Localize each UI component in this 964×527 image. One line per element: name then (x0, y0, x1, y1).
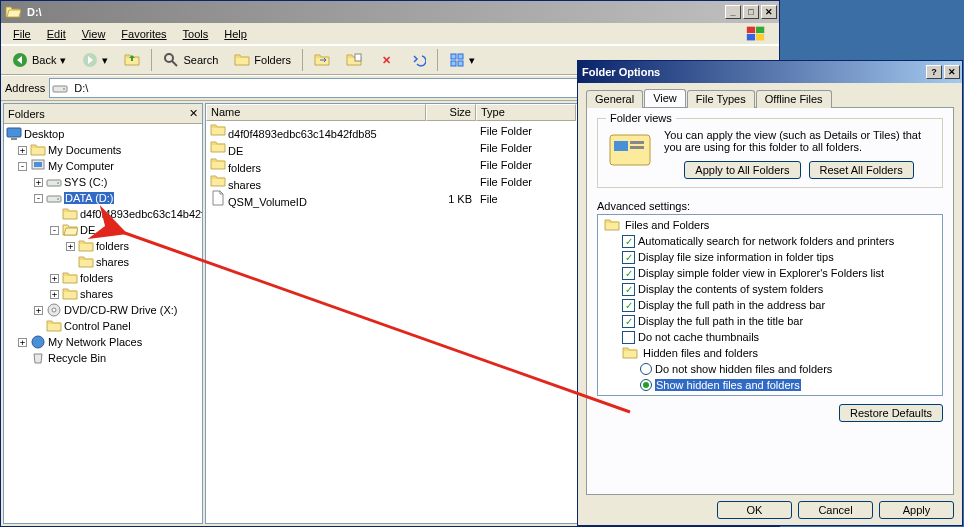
tree-de-folders[interactable]: folders (96, 240, 129, 252)
tree-de-shares[interactable]: shares (96, 256, 129, 268)
tab-view[interactable]: View (644, 89, 686, 107)
svg-point-20 (32, 336, 44, 348)
setting-filesize[interactable]: Display file size information in folder … (638, 251, 834, 263)
menu-view[interactable]: View (74, 26, 114, 42)
maximize-button[interactable]: □ (743, 5, 759, 19)
reset-all-button[interactable]: Reset All Folders (809, 161, 914, 179)
control-panel-icon (46, 318, 62, 334)
folder-views-group: Folder views You can apply the view (suc… (597, 118, 943, 188)
setting-donotshow[interactable]: Do not show hidden files and folders (655, 363, 832, 375)
up-button[interactable] (117, 48, 147, 72)
setting-titlepath[interactable]: Display the full path in the title bar (638, 315, 803, 327)
tab-filetypes[interactable]: File Types (687, 90, 755, 108)
moveto-icon (314, 52, 330, 68)
tree-hashfolder[interactable]: d4f0f4893edbc63c14b42fdb85 (80, 208, 202, 220)
menu-tools[interactable]: Tools (175, 26, 217, 42)
collapse-icon[interactable]: - (50, 226, 59, 235)
menu-edit[interactable]: Edit (39, 26, 74, 42)
expand-icon[interactable]: + (50, 290, 59, 299)
tree-mydocs[interactable]: My Documents (48, 144, 121, 156)
dialog-title: Folder Options (582, 66, 660, 78)
cancel-button[interactable]: Cancel (798, 501, 873, 519)
search-button[interactable]: Search (156, 48, 225, 72)
expand-icon[interactable]: + (66, 242, 75, 251)
setting-hideext[interactable]: Hide extensions for known file types (638, 395, 813, 396)
setting-simple[interactable]: Display simple folder view in Explorer's… (638, 267, 884, 279)
checkbox-icon[interactable] (622, 331, 635, 344)
delete-button[interactable]: ✕ (371, 48, 401, 72)
radio-icon[interactable] (640, 379, 652, 391)
expand-icon[interactable]: + (34, 178, 43, 187)
radio-icon[interactable] (640, 363, 652, 375)
setting-autosearch[interactable]: Automatically search for network folders… (638, 235, 894, 247)
tree-network[interactable]: My Network Places (48, 336, 142, 348)
close-button[interactable]: ✕ (944, 65, 960, 79)
explorer-titlebar[interactable]: D:\ _ □ ✕ (1, 1, 779, 23)
folder-icon (622, 345, 638, 361)
forward-button[interactable]: ▾ (75, 48, 115, 72)
tree-data-selected[interactable]: DATA (D:) (64, 192, 114, 204)
col-name[interactable]: Name (206, 104, 426, 121)
tree-mycomputer[interactable]: My Computer (48, 160, 114, 172)
tree-shares[interactable]: shares (80, 288, 113, 300)
setting-addrpath[interactable]: Display the full path in the address bar (638, 299, 825, 311)
back-button[interactable]: Back ▾ (5, 48, 73, 72)
col-type[interactable]: Type (476, 104, 576, 121)
tree-dvd[interactable]: DVD/CD-RW Drive (X:) (64, 304, 177, 316)
dialog-titlebar[interactable]: Folder Options ? ✕ (578, 61, 962, 83)
minimize-button[interactable]: _ (725, 5, 741, 19)
menu-help[interactable]: Help (216, 26, 255, 42)
tab-offline[interactable]: Offline Files (756, 90, 832, 108)
folder-icon (210, 122, 226, 138)
views-button[interactable]: ▾ (442, 48, 482, 72)
moveto-button[interactable] (307, 48, 337, 72)
tree-sys[interactable]: SYS (C:) (64, 176, 107, 188)
menu-favorites[interactable]: Favorites (113, 26, 174, 42)
setting-showhidden[interactable]: Show hidden files and folders (655, 379, 801, 391)
checkbox-icon[interactable]: ✓ (622, 267, 635, 280)
dvd-icon (46, 302, 62, 318)
expand-icon[interactable]: + (18, 338, 27, 347)
advanced-settings-list[interactable]: Files and Folders ✓Automatically search … (597, 214, 943, 396)
setting-root: Files and Folders (625, 219, 709, 231)
expand-icon[interactable]: + (18, 146, 27, 155)
drive-icon (46, 174, 62, 190)
copyto-button[interactable] (339, 48, 369, 72)
close-pane-button[interactable]: ✕ (189, 107, 198, 120)
ok-button[interactable]: OK (717, 501, 792, 519)
checkbox-icon[interactable]: ✓ (622, 235, 635, 248)
close-button[interactable]: ✕ (761, 5, 777, 19)
apply-button[interactable]: Apply (879, 501, 954, 519)
checkbox-icon[interactable]: ✓ (622, 251, 635, 264)
help-button[interactable]: ? (926, 65, 942, 79)
menu-file[interactable]: File (5, 26, 39, 42)
folder-tree[interactable]: Desktop +My Documents -My Computer +SYS … (4, 124, 202, 523)
tree-desktop[interactable]: Desktop (24, 128, 64, 140)
file-icon (210, 190, 226, 206)
setting-nocache[interactable]: Do not cache thumbnails (638, 331, 759, 343)
setting-sysfolders[interactable]: Display the contents of system folders (638, 283, 823, 295)
collapse-icon[interactable]: - (34, 194, 43, 203)
menubar: File Edit View Favorites Tools Help (1, 23, 779, 45)
dropdown-icon: ▾ (102, 54, 108, 67)
folder-icon (604, 217, 620, 233)
apply-all-button[interactable]: Apply to All Folders (684, 161, 800, 179)
undo-button[interactable] (403, 48, 433, 72)
folders-button[interactable]: Folders (227, 48, 298, 72)
checkbox-icon[interactable]: ✓ (622, 315, 635, 328)
tree-folders[interactable]: folders (80, 272, 113, 284)
tab-general[interactable]: General (586, 90, 643, 108)
tree-recycle[interactable]: Recycle Bin (48, 352, 106, 364)
checkbox-icon[interactable] (622, 395, 635, 397)
tree-de[interactable]: DE (80, 224, 95, 236)
svg-rect-22 (614, 141, 628, 151)
collapse-icon[interactable]: - (18, 162, 27, 171)
col-size[interactable]: Size (426, 104, 476, 121)
restore-defaults-button[interactable]: Restore Defaults (839, 404, 943, 422)
tree-cp[interactable]: Control Panel (64, 320, 131, 332)
folder-views-legend: Folder views (606, 112, 676, 124)
expand-icon[interactable]: + (50, 274, 59, 283)
checkbox-icon[interactable]: ✓ (622, 283, 635, 296)
expand-icon[interactable]: + (34, 306, 43, 315)
checkbox-icon[interactable]: ✓ (622, 299, 635, 312)
